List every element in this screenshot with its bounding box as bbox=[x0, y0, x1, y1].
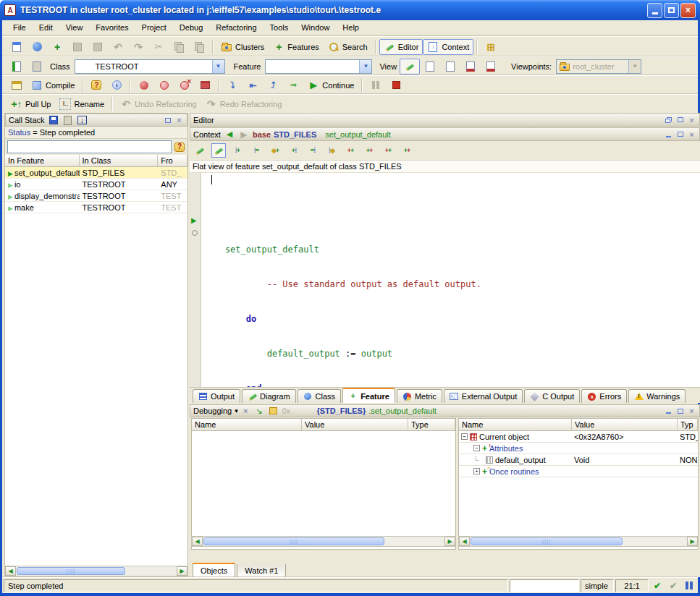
call-stack-row[interactable]: ▶io TESTROOT ANY bbox=[5, 179, 187, 190]
col-from-class[interactable]: Fro bbox=[158, 155, 187, 166]
editor-header[interactable]: Editor × bbox=[190, 113, 700, 127]
tab-metric[interactable]: Metric bbox=[397, 389, 442, 403]
tab-watch-1[interactable]: Watch #1 bbox=[237, 564, 286, 577]
tab-diagram[interactable]: Diagram bbox=[242, 389, 296, 403]
watch-col-type[interactable]: Type bbox=[408, 419, 455, 430]
remove-breakpoints-button[interactable] bbox=[174, 77, 195, 93]
history-back-button[interactable] bbox=[7, 59, 27, 74]
code-margin[interactable]: ▶ bbox=[190, 173, 201, 390]
context-minimize-icon[interactable] bbox=[664, 130, 673, 139]
close-button[interactable]: × bbox=[680, 3, 696, 18]
editor-maximize-icon[interactable] bbox=[675, 116, 685, 124]
debug-context-class[interactable]: {STD_FILES} bbox=[316, 406, 366, 415]
breadcrumb-base[interactable]: base bbox=[253, 130, 271, 139]
col-in-feature[interactable]: In Feature bbox=[5, 155, 80, 166]
call-stack-grid-header[interactable]: In Feature In Class Fro bbox=[5, 155, 187, 167]
menu-help[interactable]: Help bbox=[336, 21, 366, 34]
call-stack-maximize-icon[interactable] bbox=[163, 116, 172, 124]
tab-output[interactable]: Output bbox=[193, 389, 240, 403]
code-area[interactable]: ▶ set_output_default -- Use standard out… bbox=[190, 173, 700, 390]
tab-feature[interactable]: +Feature bbox=[342, 388, 395, 403]
status-check-icon[interactable]: ✔ bbox=[654, 581, 661, 591]
assignees-button[interactable]: =⁞ bbox=[305, 143, 320, 158]
context-maximize-icon[interactable] bbox=[675, 130, 685, 139]
scroll-left-icon[interactable]: ◀ bbox=[192, 537, 203, 546]
menu-window[interactable]: Window bbox=[295, 21, 336, 34]
scroll-thumb[interactable] bbox=[17, 567, 125, 575]
debug-context-feature[interactable]: .set_output_default bbox=[368, 406, 437, 415]
disable-breakpoints-button[interactable] bbox=[154, 77, 174, 93]
goto-feature-icon[interactable]: ↘ bbox=[253, 405, 265, 417]
watch-col-value[interactable]: Value bbox=[302, 419, 408, 430]
menu-debug[interactable]: Debug bbox=[173, 21, 209, 34]
class-combobox[interactable]: TESTROOT ▼ bbox=[75, 59, 225, 74]
menu-refactoring[interactable]: Refactoring bbox=[209, 21, 263, 34]
view-clickable-button[interactable] bbox=[440, 59, 460, 74]
scroll-left-icon[interactable]: ◀ bbox=[459, 537, 470, 546]
class-combobox-arrow[interactable]: ▼ bbox=[212, 60, 224, 73]
step-over-button[interactable]: ⇤ bbox=[243, 77, 263, 93]
run-to-cursor-button[interactable]: ⇒ bbox=[283, 77, 303, 93]
col-in-class[interactable]: In Class bbox=[80, 155, 159, 166]
ancestors-button[interactable]: ++ bbox=[343, 143, 358, 158]
feature-combobox-arrow[interactable]: ▼ bbox=[359, 60, 371, 73]
call-stack-header[interactable]: Call Stack ↓ × bbox=[5, 114, 187, 127]
step-out-button[interactable]: ⤴ bbox=[263, 77, 283, 93]
context-close-icon[interactable]: × bbox=[687, 130, 696, 139]
watch-grid[interactable]: Name Value Type bbox=[191, 418, 456, 550]
breakpoints-tool-button[interactable] bbox=[195, 77, 215, 93]
editor-restore-icon[interactable] bbox=[664, 116, 673, 124]
tab-warnings[interactable]: Warnings bbox=[628, 389, 686, 403]
scroll-thumb[interactable] bbox=[471, 537, 623, 545]
menu-tools[interactable]: Tools bbox=[263, 21, 295, 34]
maximize-button[interactable] bbox=[664, 3, 679, 18]
status-pause-icon[interactable] bbox=[686, 582, 693, 589]
call-stack-row[interactable]: ▶set_output_default STD_FILES STD_ bbox=[5, 167, 187, 179]
view-flat-button[interactable] bbox=[420, 59, 440, 74]
scroll-thumb[interactable] bbox=[203, 537, 384, 545]
debugging-maximize-icon[interactable] bbox=[675, 406, 685, 415]
object-tree-row[interactable]: ++^Once routines bbox=[459, 466, 698, 477]
search-button[interactable]: Search bbox=[324, 39, 372, 55]
clusters-button[interactable]: Clusters bbox=[216, 39, 269, 55]
context-back-icon[interactable]: ◀ bbox=[224, 129, 235, 140]
info-button[interactable]: i bbox=[106, 77, 127, 93]
creations-button[interactable]: ⁞◆ bbox=[324, 143, 339, 158]
watch-hscrollbar[interactable]: ◀ ▶ bbox=[191, 536, 456, 547]
menu-project[interactable]: Project bbox=[135, 21, 173, 34]
objects-hscrollbar[interactable]: ◀ ▶ bbox=[458, 536, 699, 547]
scroll-right-icon[interactable]: ▶ bbox=[444, 537, 455, 546]
code-text[interactable]: set_output_default -- Use standard outpu… bbox=[201, 173, 700, 390]
object-tree-row[interactable]: −+!Attributes bbox=[459, 443, 698, 454]
hex-toggle[interactable]: 0x bbox=[282, 406, 291, 415]
exception-help-icon[interactable]: ? bbox=[174, 142, 185, 152]
tab-objects[interactable]: Objects bbox=[193, 563, 235, 577]
callees-button[interactable]: +⁞ bbox=[287, 143, 301, 158]
editor-toggle-button[interactable]: Editor bbox=[379, 39, 423, 55]
stop-button[interactable] bbox=[386, 77, 406, 93]
menu-favorites[interactable]: Favorites bbox=[89, 21, 135, 34]
editor-close-icon[interactable]: × bbox=[687, 116, 696, 124]
melt-button[interactable]: ? bbox=[86, 77, 106, 93]
continue-button[interactable]: ▶Continue bbox=[303, 77, 358, 93]
view-contract-button[interactable] bbox=[460, 59, 481, 74]
menu-view[interactable]: View bbox=[59, 21, 90, 34]
tab-external-output[interactable]: >_External Output bbox=[444, 389, 523, 403]
breadcrumb-feature[interactable]: set_output_default bbox=[325, 130, 391, 139]
assigners-button[interactable]: ⁞= bbox=[249, 143, 263, 158]
watch-col-name[interactable]: Name bbox=[192, 419, 302, 430]
feature-combobox[interactable]: ▼ bbox=[265, 59, 372, 74]
import-stack-icon[interactable]: ↓ bbox=[77, 116, 87, 124]
debugging-header[interactable]: Debugging ▾ × ↘ 0x {STD_FILES}.set_outpu… bbox=[190, 404, 700, 417]
objects-col-name[interactable]: Name bbox=[459, 419, 572, 430]
note-icon[interactable] bbox=[269, 407, 277, 414]
step-into-button[interactable]: ⤵ bbox=[222, 77, 243, 93]
save-stack-icon[interactable] bbox=[49, 116, 58, 124]
tab-class[interactable]: Class bbox=[298, 389, 342, 403]
menu-edit[interactable]: Edit bbox=[33, 21, 59, 34]
collapse-icon[interactable]: − bbox=[473, 445, 480, 451]
debugging-dropdown-icon[interactable]: ▾ bbox=[235, 407, 238, 414]
call-stack-hscrollbar[interactable]: ◀ ▶ bbox=[4, 566, 188, 576]
clickable-view-button[interactable] bbox=[211, 143, 226, 158]
descendants-button[interactable]: ++ bbox=[362, 143, 376, 158]
